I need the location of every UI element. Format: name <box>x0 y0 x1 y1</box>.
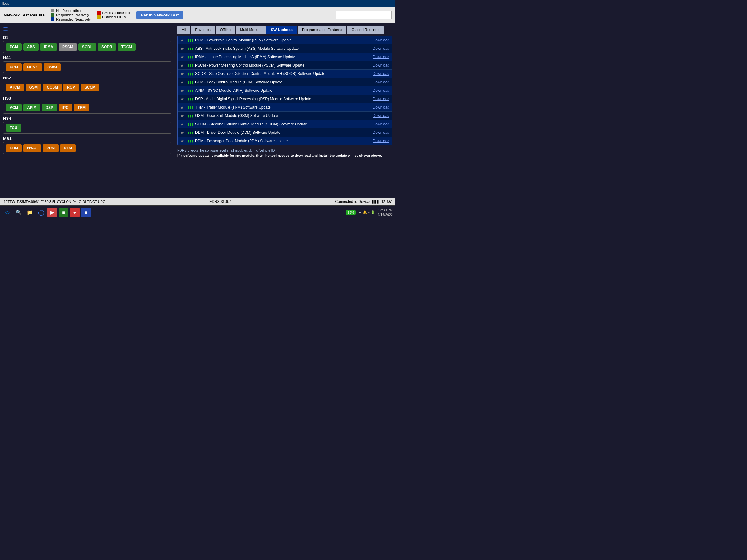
rerun-network-test-button[interactable]: Rerun Network Test <box>136 11 183 19</box>
windows-icon[interactable]: ⬭ <box>2 208 12 217</box>
module-btn-acm[interactable]: ACM <box>6 104 22 111</box>
module-btn-ipc[interactable]: IPC <box>58 104 72 111</box>
app-icon-3[interactable]: ● <box>70 208 80 217</box>
download-button[interactable]: Download <box>373 139 389 143</box>
voltage-display: 13.6V <box>381 199 391 204</box>
module-group-d1: PCMABSIPMAPSCMSODLSODRTCCM <box>3 41 171 53</box>
module-group-hs3: ACMAPIMDSPIPCTRM <box>3 102 171 113</box>
star-icon[interactable]: ★ <box>180 105 186 110</box>
module-btn-tccm[interactable]: TCCM <box>118 43 136 51</box>
module-btn-sodr[interactable]: SODR <box>98 43 116 51</box>
download-button[interactable]: Download <box>373 46 389 51</box>
download-button[interactable]: Download <box>373 72 389 76</box>
module-btn-sccm[interactable]: SCCM <box>81 84 99 91</box>
module-btn-ipma[interactable]: IPMA <box>40 43 57 51</box>
title-label: lbox <box>2 2 9 5</box>
module-btn-apim[interactable]: APIM <box>23 104 40 111</box>
tab-guided-routines[interactable]: Guided Routines <box>347 26 383 34</box>
tab-multi-module[interactable]: Multi-Module <box>236 26 266 34</box>
download-button[interactable]: Download <box>373 63 389 68</box>
download-button[interactable]: Download <box>373 80 389 84</box>
star-icon[interactable]: ★ <box>180 130 186 135</box>
app-icon-4[interactable]: ■ <box>81 208 91 217</box>
module-btn-sodl[interactable]: SODL <box>78 43 96 51</box>
dtc-cmdtc: CMDTCs detected <box>97 11 130 15</box>
star-icon[interactable]: ★ <box>180 38 186 43</box>
module-btn-pcm[interactable]: PCM <box>6 43 22 51</box>
module-btn-rcm[interactable]: RCM <box>63 84 79 91</box>
download-button[interactable]: Download <box>373 113 389 118</box>
module-name: ABS - Anti-Lock Brake System (ABS) Modul… <box>195 46 373 51</box>
dtc-historical: Historical DTCs <box>97 15 130 19</box>
star-icon[interactable]: ★ <box>180 71 186 76</box>
tab-favorites[interactable]: Favorites <box>191 26 215 34</box>
module-btn-ddm[interactable]: DDM <box>6 144 22 152</box>
star-icon[interactable]: ★ <box>180 113 186 118</box>
module-btn-ocsm[interactable]: OCSM <box>43 84 61 91</box>
module-btn-trm[interactable]: TRM <box>74 104 89 111</box>
star-icon[interactable]: ★ <box>180 80 186 85</box>
download-button[interactable]: Download <box>373 105 389 109</box>
dtc-label-cmdtc: CMDTCs detected <box>102 11 130 15</box>
section-label-hs1: HS1 <box>3 55 171 60</box>
legend-dot-blue <box>51 18 54 21</box>
star-icon[interactable]: ★ <box>180 63 186 68</box>
download-button[interactable]: Download <box>373 130 389 135</box>
chrome-icon[interactable]: ◯ <box>36 208 46 217</box>
search-taskbar-icon[interactable]: 🔍 <box>14 208 24 217</box>
table-row: ★ ▮▮▮ PSCM - Power Steering Control Modu… <box>178 61 392 70</box>
download-button[interactable]: Download <box>373 122 389 126</box>
legend-responded-negatively: Responded Negatively <box>51 18 91 21</box>
module-name: APIM - SYNC Module [APIM] Software Updat… <box>195 88 373 93</box>
star-icon[interactable]: ★ <box>180 138 186 143</box>
module-btn-rtm[interactable]: RTM <box>60 144 76 152</box>
hamburger-menu-icon[interactable]: ☰ <box>3 26 171 33</box>
module-btn-tcu[interactable]: TCU <box>6 124 21 132</box>
signal-icon: ▮▮▮ <box>188 47 195 51</box>
star-icon[interactable]: ★ <box>180 54 186 59</box>
star-icon[interactable]: ★ <box>180 122 186 127</box>
search-input[interactable] <box>336 11 391 19</box>
module-btn-dsp[interactable]: DSP <box>42 104 57 111</box>
table-row: ★ ▮▮▮ TRM - Trailer Module (TRM) Softwar… <box>178 103 392 112</box>
module-btn-bcmc[interactable]: BCMC <box>23 63 42 71</box>
info-line1: FDRS checks the software level in all mo… <box>177 148 392 153</box>
module-btn-pscm[interactable]: PSCM <box>58 43 77 51</box>
app-icon-2[interactable]: ■ <box>58 208 69 217</box>
signal-icon: ▮▮▮ <box>188 139 195 143</box>
connected-label: Connected to Device <box>335 199 370 204</box>
download-button[interactable]: Download <box>373 88 389 93</box>
clock-time: 12:39 PM <box>378 208 393 212</box>
module-btn-abs[interactable]: ABS <box>23 43 38 51</box>
folder-icon[interactable]: 📁 <box>25 208 35 217</box>
tab-all[interactable]: All <box>177 26 190 34</box>
download-button[interactable]: Download <box>373 38 389 42</box>
star-icon[interactable]: ★ <box>180 46 186 51</box>
module-btn-hvac[interactable]: HVAC <box>23 144 41 152</box>
section-label-hs4: HS4 <box>3 116 171 121</box>
module-btn-pdm[interactable]: PDM <box>43 144 58 152</box>
module-btn-gwm[interactable]: GWM <box>44 63 61 71</box>
star-icon[interactable]: ★ <box>180 97 186 101</box>
module-btn-bcm[interactable]: BCM <box>6 63 22 71</box>
star-icon[interactable]: ★ <box>180 88 186 93</box>
title-bar: lbox <box>0 0 395 7</box>
module-name: PCM - Powertrain Control Module (PCM) So… <box>195 38 373 42</box>
tab-offline[interactable]: Offline <box>216 26 235 34</box>
signal-icon: ▮▮▮ <box>188 89 195 93</box>
tab-programmable-features[interactable]: Programmable Features <box>298 26 346 34</box>
tab-sw-updates[interactable]: SW Updates <box>266 26 297 34</box>
module-btn-gsm[interactable]: GSM <box>26 84 42 91</box>
download-button[interactable]: Download <box>373 97 389 101</box>
download-button[interactable]: Download <box>373 55 389 59</box>
legend-not-responding: Not Responding <box>51 9 91 12</box>
signal-icon: ▮▮▮ <box>188 114 195 118</box>
taskbar-icons-row: ▲ 🔔 ♦ 🔋 <box>358 210 375 214</box>
signal-icon: ▮▮▮ <box>188 63 195 68</box>
module-btn-atcm[interactable]: ATCM <box>6 84 24 91</box>
table-row: ★ ▮▮▮ DSP - Audio Digital Signal Process… <box>178 95 392 103</box>
signal-icon: ▮▮▮ <box>188 97 195 101</box>
module-name: IPMA - Image Processing Module A (IPMA) … <box>195 55 373 59</box>
app-icon-1[interactable]: ▶ <box>47 208 57 217</box>
section-label-hs3: HS3 <box>3 96 171 101</box>
